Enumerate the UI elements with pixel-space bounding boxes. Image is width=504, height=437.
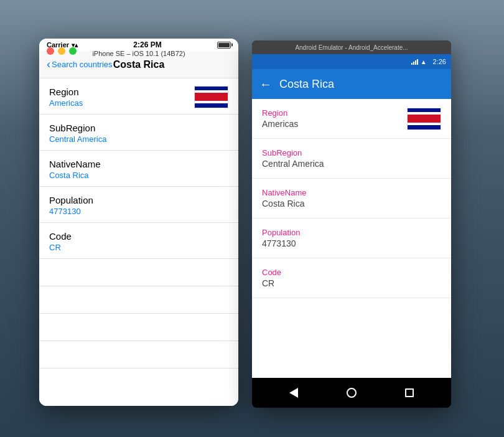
android-time: 2:26 — [433, 58, 446, 65]
ios-value-population: 4773130 — [49, 207, 93, 216]
ios-label-population: Population — [49, 195, 93, 205]
ios-row-population: Population 4773130 — [39, 187, 238, 223]
ios-row-population-info: Population 4773130 — [49, 195, 93, 216]
android-value-nativename: Costa Rica — [262, 199, 307, 209]
ios-row-region-info: Region Americas — [49, 87, 83, 108]
ios-row-code-info: Code CR — [49, 231, 72, 252]
android-label-region: Region — [262, 108, 298, 118]
android-row-code-info: Code CR — [262, 268, 281, 288]
ios-battery-area — [217, 42, 231, 49]
android-value-population: 4773130 — [262, 238, 300, 248]
android-flag-stripe-blue-bottom — [408, 125, 441, 129]
android-flag-stripe-red — [408, 115, 441, 123]
ios-row-subregion: SubRegion Central America — [39, 115, 238, 151]
android-row-region-info: Region Americas — [262, 108, 298, 129]
android-row-region: Region Americas — [252, 99, 451, 139]
ios-back-button[interactable]: ‹ Search countries — [47, 59, 113, 70]
ios-screen-title: Costa Rica — [113, 59, 165, 70]
flag-stripe-red — [195, 93, 228, 101]
ios-battery-fill — [218, 43, 230, 47]
ios-minimize-button[interactable] — [58, 47, 65, 55]
android-label-subregion: SubRegion — [262, 148, 324, 157]
ios-label-subregion: SubRegion — [49, 123, 106, 133]
ios-row-nativename-info: NativeName Costa Rica — [49, 159, 101, 180]
ios-battery-icon — [217, 42, 231, 49]
ios-flag-cr — [194, 86, 228, 108]
android-row-population: Population 4773130 — [252, 218, 451, 258]
android-flag-cr — [407, 108, 441, 130]
android-value-region: Americas — [262, 119, 298, 129]
android-back-nav-icon — [289, 388, 298, 398]
android-row-population-info: Population 4773130 — [262, 228, 300, 248]
android-toolbar-title: Costa Rica — [279, 78, 334, 91]
android-row-subregion-info: SubRegion Central America — [262, 148, 324, 169]
ios-content: Region Americas SubRegion Central Americ… — [39, 78, 238, 406]
ios-back-label: Search countries — [52, 60, 113, 69]
android-back-button[interactable]: ← — [259, 77, 272, 92]
ios-value-region: Americas — [49, 98, 83, 108]
android-status-bar: ▲ 2:26 — [252, 54, 451, 69]
ios-empty-row-1 — [39, 259, 238, 286]
android-toolbar: ← Costa Rica — [252, 69, 451, 99]
ios-row-nativename: NativeName Costa Rica — [39, 151, 238, 187]
android-row-code: Code CR — [252, 258, 451, 298]
ios-title-bar: ‹ Search countries Costa Rica — [39, 51, 238, 78]
android-home-nav-button[interactable] — [339, 380, 364, 405]
android-content: Region Americas SubRegion Central Americ… — [252, 99, 451, 378]
android-home-nav-icon — [347, 388, 357, 398]
android-row-nativename-info: NativeName Costa Rica — [262, 188, 307, 209]
android-label-population: Population — [262, 228, 300, 237]
ios-time: 2:26 PM — [133, 40, 161, 49]
ios-empty-row-3 — [39, 314, 238, 341]
android-status-icons: ▲ — [411, 59, 427, 65]
ios-label-region: Region — [49, 87, 83, 97]
ios-value-code: CR — [49, 243, 72, 252]
ios-empty-row-4 — [39, 341, 238, 369]
android-label-code: Code — [262, 268, 281, 277]
android-label-nativename: NativeName — [262, 188, 307, 197]
android-signal-icon — [411, 59, 418, 65]
android-row-subregion: SubRegion Central America — [252, 139, 451, 179]
android-window-title-text: Android Emulator - Android_Accelerate... — [295, 44, 408, 51]
ios-close-button[interactable] — [47, 47, 54, 55]
android-value-code: CR — [262, 278, 281, 288]
ios-row-subregion-info: SubRegion Central America — [49, 123, 106, 144]
android-value-subregion: Central America — [262, 159, 324, 169]
ios-value-nativename: Costa Rica — [49, 171, 101, 180]
android-back-nav-button[interactable] — [281, 380, 306, 405]
ios-label-code: Code — [49, 231, 72, 242]
android-row-nativename: NativeName Costa Rica — [252, 179, 451, 218]
ios-empty-row-2 — [39, 286, 238, 314]
flag-stripe-blue-bottom — [195, 103, 228, 107]
ios-label-nativename: NativeName — [49, 159, 101, 169]
android-phone-frame: Android Emulator - Android_Accelerate...… — [252, 40, 451, 408]
android-window-bar: Android Emulator - Android_Accelerate... — [252, 40, 451, 54]
ios-row-region: Region Americas — [39, 78, 238, 115]
ios-back-chevron-icon: ‹ — [47, 59, 50, 70]
ios-maximize-button[interactable] — [69, 47, 77, 55]
ios-row-code: Code CR — [39, 223, 238, 259]
ios-value-subregion: Central America — [49, 134, 106, 144]
android-recents-nav-icon — [405, 388, 414, 397]
android-wifi-icon: ▲ — [421, 59, 427, 65]
ios-window-controls — [47, 47, 77, 55]
ios-phone-frame: Carrier ▾▴ 2:26 PM ‹ Search countries Co… — [39, 39, 238, 406]
android-nav-bar — [252, 378, 451, 408]
android-recents-nav-button[interactable] — [397, 380, 422, 405]
